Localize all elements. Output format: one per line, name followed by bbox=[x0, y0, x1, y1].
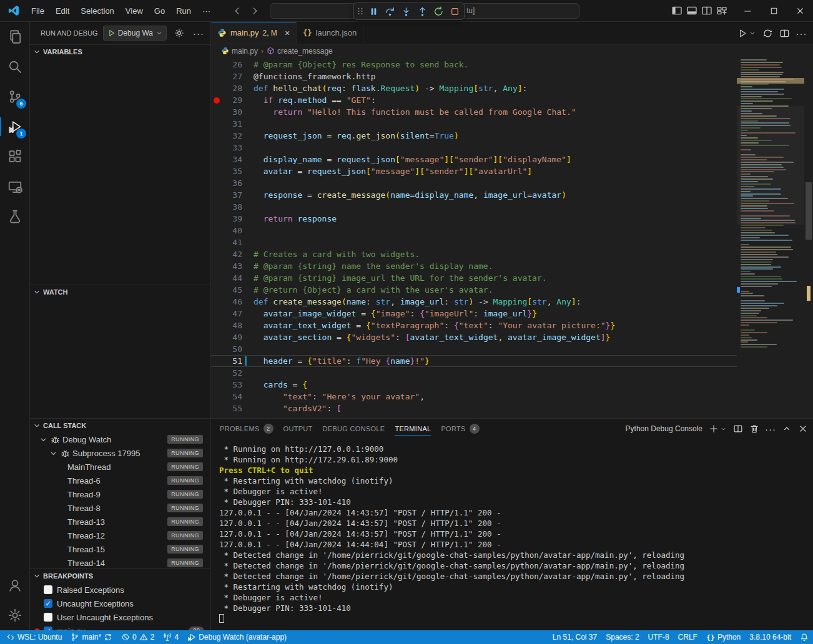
call-stack-row[interactable]: Thread-8RUNNING bbox=[30, 501, 210, 515]
activity-item-extensions[interactable] bbox=[0, 142, 30, 172]
editor-scrollbar[interactable] bbox=[804, 57, 813, 418]
tab-launch-json[interactable]: {}launch.json bbox=[297, 22, 363, 44]
status-notifications[interactable] bbox=[796, 630, 813, 644]
tab-main-py[interactable]: main.py2, M× bbox=[211, 22, 297, 44]
back-icon[interactable] bbox=[232, 6, 242, 16]
run-or-debug-icon[interactable] bbox=[762, 28, 773, 39]
breakpoint-row[interactable]: ✓main.py29 bbox=[30, 624, 210, 630]
activity-item-run-and-debug[interactable]: 1 bbox=[0, 112, 30, 142]
panel-tab-debug-console[interactable]: DEBUG CONSOLE bbox=[323, 419, 385, 439]
activity-item-remote-explorer[interactable] bbox=[0, 172, 30, 202]
call-stack-row[interactable]: Thread-6RUNNING bbox=[30, 474, 210, 487]
debug-settings-gear-icon[interactable] bbox=[174, 28, 184, 38]
call-stack-row[interactable]: Thread-12RUNNING bbox=[30, 529, 210, 542]
call-stack-row[interactable]: Thread-15RUNNING bbox=[30, 542, 210, 556]
panel-tab-problems[interactable]: PROBLEMS2 bbox=[220, 419, 273, 439]
minimap-slider[interactable] bbox=[737, 106, 804, 225]
activity-item-explorer[interactable] bbox=[0, 22, 30, 52]
breadcrumb-item[interactable]: main.py bbox=[221, 47, 258, 56]
call-stack-row[interactable]: MainThreadRUNNING bbox=[30, 460, 210, 474]
pause-button[interactable] bbox=[365, 4, 382, 19]
close-tab-icon[interactable]: × bbox=[285, 28, 290, 38]
call-stack-row[interactable]: Debug WatchRUNNING bbox=[30, 432, 210, 446]
panel-tab-bar: PROBLEMS2OUTPUTDEBUG CONSOLETERMINALPORT… bbox=[211, 419, 813, 439]
minimize-button[interactable] bbox=[734, 0, 761, 22]
status-indentation[interactable]: Spaces: 2 bbox=[601, 630, 643, 644]
call-stack-row[interactable]: Thread-9RUNNING bbox=[30, 487, 210, 501]
restart-button[interactable] bbox=[430, 4, 446, 19]
panel-tab-ports[interactable]: PORTS4 bbox=[441, 419, 479, 439]
status-encoding[interactable]: UTF-8 bbox=[644, 630, 674, 644]
status-problems[interactable]: 02 bbox=[117, 630, 159, 644]
more-actions-icon[interactable]: ··· bbox=[193, 28, 204, 39]
menu-selection[interactable]: Selection bbox=[75, 0, 119, 22]
menu-edit[interactable]: Edit bbox=[50, 0, 75, 22]
close-panel-icon[interactable] bbox=[798, 424, 808, 434]
activity-item-search[interactable] bbox=[0, 52, 30, 82]
gutter-breakpoint-area[interactable] bbox=[211, 97, 222, 104]
split-editor-icon[interactable] bbox=[779, 28, 790, 39]
menu-go[interactable]: Go bbox=[149, 0, 170, 22]
toggle-panel-icon[interactable] bbox=[686, 4, 698, 17]
activity-item-source-control[interactable]: 6 bbox=[0, 82, 30, 112]
code-editor[interactable]: 26# @param {Object} res Response to send… bbox=[211, 57, 813, 418]
status-cursor-position[interactable]: Ln 51, Col 37 bbox=[548, 630, 601, 644]
start-debug-icon[interactable] bbox=[107, 29, 116, 37]
call-stack-row[interactable]: Thread-13RUNNING bbox=[30, 515, 210, 529]
step-into-button[interactable] bbox=[398, 4, 414, 19]
step-over-button[interactable] bbox=[382, 4, 398, 19]
variables-section-header[interactable]: VARIABLES bbox=[30, 45, 210, 59]
new-terminal-icon[interactable] bbox=[709, 424, 719, 434]
activity-item-settings[interactable] bbox=[0, 600, 30, 630]
run-dropdown-icon[interactable] bbox=[749, 29, 756, 37]
breakpoint-row[interactable]: User Uncaught Exceptions bbox=[30, 610, 210, 624]
status-eol[interactable]: CRLF bbox=[674, 630, 702, 644]
status-debug-session[interactable]: Debug Watch (avatar-app) bbox=[183, 630, 291, 644]
customize-layout-icon[interactable] bbox=[716, 4, 728, 17]
menu-view[interactable]: View bbox=[120, 0, 149, 22]
minimap[interactable] bbox=[737, 57, 804, 418]
menu-file[interactable]: File bbox=[26, 0, 50, 22]
breakpoint-row[interactable]: ✓Uncaught Exceptions bbox=[30, 597, 210, 610]
more-actions-icon[interactable]: ··· bbox=[796, 28, 807, 39]
forward-icon[interactable] bbox=[250, 6, 260, 16]
terminal-dropdown-icon[interactable] bbox=[720, 426, 727, 432]
run-python-file-icon[interactable] bbox=[737, 28, 747, 39]
split-terminal-icon[interactable] bbox=[733, 424, 743, 434]
stop-button[interactable] bbox=[446, 4, 463, 19]
breakpoint-checkbox[interactable] bbox=[44, 585, 52, 594]
step-out-button[interactable] bbox=[414, 4, 430, 19]
scrollbar-thumb[interactable] bbox=[806, 182, 812, 240]
terminal-instance[interactable]: Python Debug Console bbox=[613, 424, 702, 434]
more-actions-icon[interactable]: ··· bbox=[766, 424, 776, 434]
menu-run[interactable]: Run bbox=[170, 0, 197, 22]
breakpoint-checkbox[interactable]: ✓ bbox=[44, 599, 52, 608]
panel-tab-terminal[interactable]: TERMINAL bbox=[395, 419, 431, 439]
watch-section-header[interactable]: WATCH bbox=[30, 285, 210, 299]
breakpoints-section-header[interactable]: BREAKPOINTS bbox=[30, 569, 210, 583]
call-stack-row[interactable]: Thread-14RUNNING bbox=[30, 556, 210, 568]
debug-config-dropdown[interactable]: Debug Wa bbox=[103, 26, 167, 41]
close-button[interactable] bbox=[787, 0, 813, 22]
menu-overflow[interactable]: ··· bbox=[197, 0, 216, 22]
status-python-interpreter[interactable]: 3.8.10 64-bit bbox=[745, 630, 796, 644]
toggle-primary-sidebar-icon[interactable] bbox=[671, 4, 683, 17]
drag-handle-icon[interactable] bbox=[355, 4, 365, 19]
status-branch[interactable]: main* bbox=[66, 630, 117, 644]
breakpoint-row[interactable]: Raised Exceptions bbox=[30, 583, 210, 597]
status-language-mode[interactable]: {}Python bbox=[702, 630, 745, 644]
status-ports-forwarded[interactable]: 4 bbox=[159, 630, 183, 644]
activity-item-accounts[interactable] bbox=[0, 570, 30, 600]
panel-tab-output[interactable]: OUTPUT bbox=[283, 419, 313, 439]
breakpoint-checkbox[interactable] bbox=[44, 613, 52, 622]
call-stack-section-header[interactable]: CALL STACK bbox=[30, 419, 210, 432]
maximize-panel-icon[interactable] bbox=[782, 424, 792, 434]
maximize-button[interactable] bbox=[761, 0, 787, 22]
breadcrumb-item[interactable]: create_message bbox=[267, 47, 333, 56]
call-stack-row[interactable]: Subprocess 17995RUNNING bbox=[30, 446, 210, 460]
activity-item-testing[interactable] bbox=[0, 202, 30, 232]
split-editor-icon[interactable] bbox=[701, 4, 713, 17]
terminal-output[interactable]: * Running on http://127.0.0.1:9000 * Run… bbox=[211, 439, 813, 630]
kill-terminal-icon[interactable] bbox=[749, 424, 759, 434]
status-remote[interactable]: WSL: Ubuntu bbox=[0, 630, 66, 644]
